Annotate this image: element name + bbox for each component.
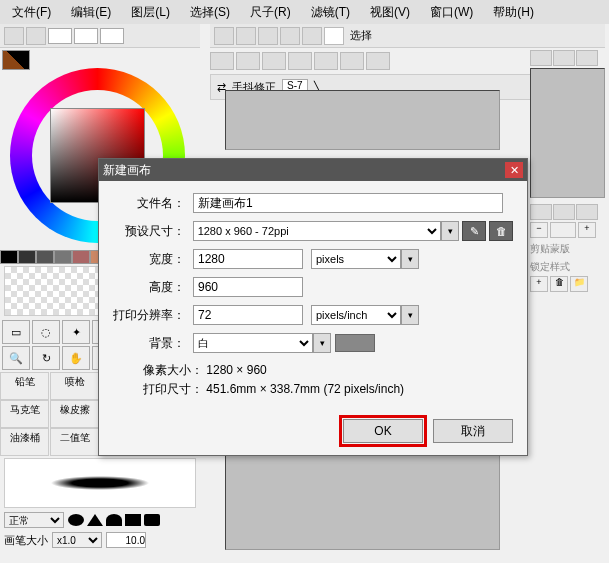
tool-e[interactable] [302,27,322,45]
blend-row: 正常 [0,510,200,530]
layer-ctrl-row: − + [530,222,605,238]
dropper-icon[interactable] [4,27,24,45]
bg-color-swatch[interactable] [335,334,375,352]
menu-edit[interactable]: 编辑(E) [63,2,119,23]
filename-input[interactable] [193,193,503,213]
current-color-swatch[interactable] [2,50,30,70]
pen-icon[interactable]: ✎ [462,221,486,241]
dialog-titlebar[interactable]: 新建画布 ✕ [99,159,527,181]
menu-select[interactable]: 选择(S) [182,2,238,23]
doc-tab[interactable] [236,52,260,70]
tab-binary[interactable]: 二值笔 [50,428,99,456]
layer-tab[interactable] [576,204,598,220]
doc-tab[interactable] [366,52,390,70]
doc-tab[interactable] [262,52,286,70]
chevron-down-icon[interactable]: ▾ [313,333,331,353]
tool-f[interactable] [324,27,344,45]
palette-icon[interactable] [26,27,46,45]
select-tool[interactable]: ▭ [2,320,30,344]
wh-unit-select[interactable]: pixels [311,249,401,269]
opacity-val[interactable] [550,222,576,238]
swatch[interactable] [18,250,36,264]
chevron-down-icon[interactable]: ▾ [401,249,419,269]
chevron-down-icon[interactable]: ▾ [401,305,419,325]
tab-marker[interactable]: 马克笔 [0,400,49,428]
wand-tool[interactable]: ✦ [62,320,90,344]
height-label: 高度： [113,279,185,296]
blend-mode-select[interactable]: 正常 [4,512,64,528]
close-icon[interactable]: ✕ [505,162,523,178]
print-size-label: 打印尺寸： [143,382,203,396]
menu-filter[interactable]: 滤镜(T) [303,2,358,23]
width-input[interactable] [193,249,303,269]
shape-dome[interactable] [106,514,122,526]
tab-eraser[interactable]: 橡皮擦 [50,400,99,428]
swatch[interactable] [72,250,90,264]
tool-c[interactable] [258,27,278,45]
swatch[interactable] [0,250,18,264]
val-input[interactable] [100,28,124,44]
layer-btn-row: + 🗑 📁 [530,276,605,292]
menu-ruler[interactable]: 尺子(R) [242,2,299,23]
layer-tab[interactable] [576,50,598,66]
select-label: 选择 [350,28,372,43]
res-label: 打印分辨率： [113,307,185,324]
tool-b[interactable] [236,27,256,45]
brush-size-input[interactable] [106,532,146,548]
menu-bar: 文件(F) 编辑(E) 图层(L) 选择(S) 尺子(R) 滤镜(T) 视图(V… [0,0,609,24]
del-layer-btn[interactable]: 🗑 [550,276,568,292]
tab-pencil[interactable]: 铅笔 [0,372,49,400]
menu-file[interactable]: 文件(F) [4,2,59,23]
swatch[interactable] [54,250,72,264]
swatch[interactable] [36,250,54,264]
res-unit-select[interactable]: pixels/inch [311,305,401,325]
brush-shape-row [68,514,160,526]
new-layer-btn[interactable]: + [530,276,548,292]
hue-input[interactable] [48,28,72,44]
doc-tab[interactable] [340,52,364,70]
tool-d[interactable] [280,27,300,45]
bg-select[interactable]: 白 [193,333,313,353]
print-size-value: 451.6mm × 338.7mm (72 pixels/inch) [206,382,404,396]
doc-tab[interactable] [210,52,234,70]
trash-icon[interactable]: 🗑 [489,221,513,241]
height-input[interactable] [193,277,303,297]
lock-label: 锁定样式 [530,260,605,274]
lasso-tool[interactable]: ◌ [32,320,60,344]
tool-a[interactable] [214,27,234,45]
dialog-info: 像素大小： 1280 × 960 打印尺寸： 451.6mm × 338.7mm… [143,361,513,399]
menu-view[interactable]: 视图(V) [362,2,418,23]
sat-input[interactable] [74,28,98,44]
res-input[interactable] [193,305,303,325]
menu-layer[interactable]: 图层(L) [123,2,178,23]
menu-help[interactable]: 帮助(H) [485,2,542,23]
doc-tab[interactable] [288,52,312,70]
rotate-tool[interactable]: ↻ [32,346,60,370]
new-canvas-dialog: 新建画布 ✕ 文件名： 预设尺寸： 1280 x 960 - 72ppi ▾ ✎… [98,158,528,456]
canvas-area-top[interactable] [225,90,500,150]
chevron-down-icon[interactable]: ▾ [441,221,459,241]
folder-btn[interactable]: 📁 [570,276,588,292]
hand-tool[interactable]: ✋ [62,346,90,370]
layer-tab[interactable] [553,50,575,66]
shape-square[interactable] [125,514,141,526]
ok-button[interactable]: OK [343,419,423,443]
cancel-button[interactable]: 取消 [433,419,513,443]
layer-list[interactable] [530,68,605,198]
layer-tab[interactable] [530,50,552,66]
brush-mult-select[interactable]: x1.0 [52,532,102,548]
opacity-inc[interactable]: + [578,222,596,238]
tab-bucket[interactable]: 油漆桶 [0,428,49,456]
shape-round[interactable] [68,514,84,526]
shape-tri[interactable] [87,514,103,526]
preset-select[interactable]: 1280 x 960 - 72ppi [193,221,442,241]
layer-tab[interactable] [553,204,575,220]
opacity-dec[interactable]: − [530,222,548,238]
layer-tab[interactable] [530,204,552,220]
zoom-tool[interactable]: 🔍 [2,346,30,370]
shape-soft[interactable] [144,514,160,526]
layer-tabs [530,50,605,66]
doc-tab[interactable] [314,52,338,70]
tab-airbrush[interactable]: 喷枪 [50,372,99,400]
menu-window[interactable]: 窗口(W) [422,2,481,23]
